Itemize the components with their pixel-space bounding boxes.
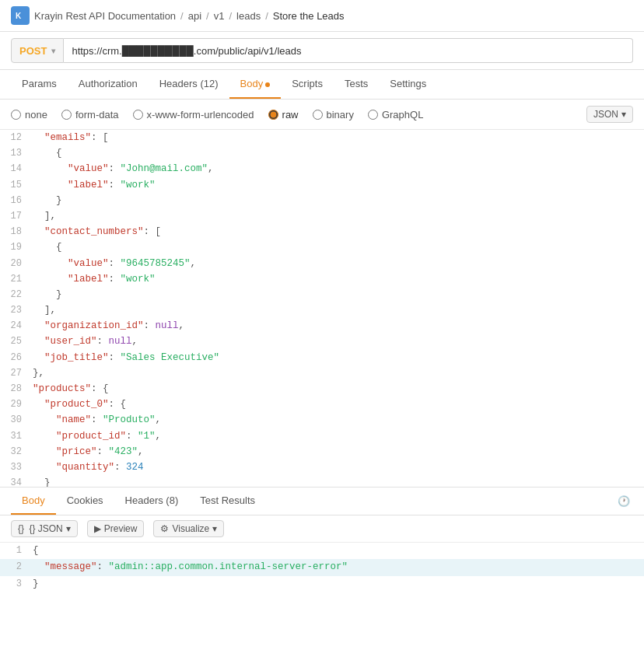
editor-line: 24 "organization_id": null,: [0, 318, 644, 334]
editor-line: 2 "message": "admin::app.common.internal…: [0, 559, 644, 575]
radio-raw[interactable]: raw: [268, 109, 299, 121]
line-number: 24: [0, 319, 33, 334]
line-content: "organization_id": null,: [33, 318, 644, 334]
app-logo: K: [11, 6, 30, 25]
line-number: 29: [0, 397, 33, 412]
radio-binary[interactable]: binary: [313, 109, 354, 121]
tab-scripts[interactable]: Scripts: [281, 70, 334, 99]
line-content: }: [33, 193, 644, 208]
line-number: 22: [0, 288, 33, 302]
play-icon: ▶: [94, 523, 101, 534]
editor-line: 13 {: [0, 145, 644, 161]
editor-line: 23 ],: [0, 302, 644, 318]
line-number: 12: [0, 131, 33, 145]
radio-urlencoded[interactable]: x-www-form-urlencoded: [133, 109, 254, 121]
line-content: "emails": [: [33, 130, 644, 145]
resp-json-label: {}: [18, 523, 26, 534]
editor-line: 19 {: [0, 239, 644, 255]
line-content: "value": "John@mail.com",: [33, 161, 644, 176]
line-content: "label": "work": [33, 271, 644, 287]
tab-tests[interactable]: Tests: [334, 70, 379, 99]
visualize-button[interactable]: ⚙ Visualize ▾: [153, 520, 224, 537]
editor-line: 34 }: [0, 475, 644, 488]
chevron-down-icon: ▾: [51, 47, 55, 55]
tab-headers[interactable]: Headers (12): [149, 70, 229, 99]
line-number: 14: [0, 162, 33, 176]
breadcrumb-sep-0: /: [180, 10, 184, 22]
line-content: "message": "admin::app.common.internal-s…: [33, 559, 644, 575]
breadcrumb-sep-2: /: [229, 10, 232, 22]
editor-line: 32 "price": "423",: [0, 444, 644, 460]
line-content: {: [33, 239, 644, 255]
line-number: 16: [0, 194, 33, 208]
resp-tab-body[interactable]: Body: [11, 488, 56, 515]
response-json-select[interactable]: {} {} JSON ▾: [11, 520, 78, 537]
visualize-icon: ⚙: [160, 523, 169, 534]
line-number: 15: [0, 178, 33, 193]
line-number: 30: [0, 413, 33, 428]
preview-label: Preview: [104, 523, 138, 534]
editor-line: 25 "user_id": null,: [0, 334, 644, 349]
breadcrumb-current: Store the Leads: [273, 10, 345, 22]
line-number: 17: [0, 209, 33, 224]
url-bar: POST ▾: [0, 32, 644, 70]
line-content: "name": "Produto",: [33, 412, 644, 428]
line-number: 21: [0, 272, 33, 287]
line-content: }: [33, 287, 644, 302]
radio-form-data[interactable]: form-data: [61, 109, 119, 121]
line-content: }: [33, 475, 644, 488]
clock-icon: 🕐: [614, 488, 633, 514]
resp-tab-headers[interactable]: Headers (8): [114, 488, 190, 515]
line-number: 27: [0, 366, 33, 381]
json-format-select[interactable]: JSON ▾: [586, 106, 633, 123]
chevron-down-icon: ▾: [212, 523, 217, 534]
line-content: "label": "work": [33, 177, 644, 193]
body-dot: [265, 82, 270, 87]
line-content: ],: [33, 302, 644, 318]
breadcrumb-leads[interactable]: leads: [236, 10, 261, 22]
breadcrumb-bar: K Krayin Rest API Documentation / api / …: [0, 0, 644, 32]
line-number: 13: [0, 146, 33, 161]
tab-settings[interactable]: Settings: [379, 70, 437, 99]
tab-body[interactable]: Body: [229, 70, 282, 99]
line-content: "price": "423",: [33, 444, 644, 460]
method-label: POST: [19, 45, 47, 57]
response-body-editor[interactable]: 1{2 "message": "admin::app.common.intern…: [0, 543, 644, 599]
line-number: 26: [0, 351, 33, 365]
line-number: 25: [0, 334, 33, 349]
editor-line: 14 "value": "John@mail.com",: [0, 161, 644, 176]
editor-line: 18 "contact_numbers": [: [0, 224, 644, 239]
method-select[interactable]: POST ▾: [11, 38, 64, 63]
breadcrumb-api[interactable]: api: [188, 10, 201, 22]
editor-line: 22 }: [0, 287, 644, 302]
editor-line: 1{: [0, 543, 644, 559]
response-toolbar: {} {} JSON ▾ ▶ Preview ⚙ Visualize ▾: [0, 515, 644, 543]
editor-line: 21 "label": "work": [0, 271, 644, 287]
request-body-editor[interactable]: 12 "emails": [13 {14 "value": "John@mail…: [0, 130, 644, 488]
line-content: }: [33, 576, 644, 592]
resp-tab-cookies[interactable]: Cookies: [56, 488, 114, 515]
editor-line: 15 "label": "work": [0, 177, 644, 193]
line-number: 19: [0, 240, 33, 255]
line-content: ],: [33, 208, 644, 224]
line-number: 18: [0, 225, 33, 239]
url-input[interactable]: [64, 38, 633, 63]
svg-text:K: K: [16, 12, 22, 20]
line-number: 1: [0, 543, 33, 558]
editor-line: 12 "emails": [: [0, 130, 644, 145]
response-tabs: Body Cookies Headers (8) Test Results 🕐: [0, 488, 644, 515]
body-type-row: none form-data x-www-form-urlencoded raw…: [0, 100, 644, 130]
tab-params[interactable]: Params: [11, 70, 68, 99]
radio-none[interactable]: none: [11, 109, 47, 121]
breadcrumb-v1[interactable]: v1: [214, 10, 225, 22]
tab-authorization[interactable]: Authorization: [68, 70, 149, 99]
visualize-label: Visualize: [172, 523, 209, 534]
breadcrumb-api-docs[interactable]: Krayin Rest API Documentation: [34, 10, 176, 22]
preview-button[interactable]: ▶ Preview: [87, 520, 145, 537]
radio-graphql[interactable]: GraphQL: [368, 109, 423, 121]
breadcrumb: Krayin Rest API Documentation / api / v1…: [34, 10, 345, 22]
request-tabs: Params Authorization Headers (12) Body S…: [0, 70, 644, 100]
resp-tab-test-results[interactable]: Test Results: [189, 488, 266, 515]
line-number: 28: [0, 382, 33, 397]
line-content: "user_id": null,: [33, 334, 644, 349]
